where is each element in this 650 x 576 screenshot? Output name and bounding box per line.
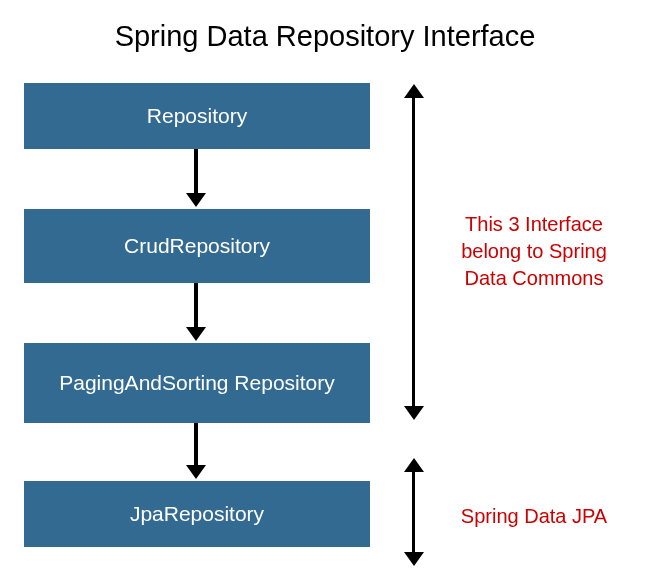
- label-spring-data-commons: This 3 Interface belong to Spring Data C…: [444, 211, 624, 292]
- label-spring-data-jpa: Spring Data JPA: [444, 503, 624, 530]
- diagram-area: Repository CrudRepository PagingAndSorti…: [0, 63, 650, 563]
- diagram-title: Spring Data Repository Interface: [0, 0, 650, 63]
- bracket-arrow-icon: [412, 471, 415, 553]
- arrow-down-icon: [194, 283, 198, 329]
- bracket-arrow-icon: [412, 97, 415, 407]
- arrow-down-icon: [194, 149, 198, 195]
- box-crud-repository: CrudRepository: [24, 209, 370, 283]
- arrow-down-icon: [194, 423, 198, 467]
- box-repository: Repository: [24, 83, 370, 149]
- box-paging-sorting-repository: PagingAndSorting Repository: [24, 343, 370, 423]
- box-jpa-repository: JpaRepository: [24, 481, 370, 547]
